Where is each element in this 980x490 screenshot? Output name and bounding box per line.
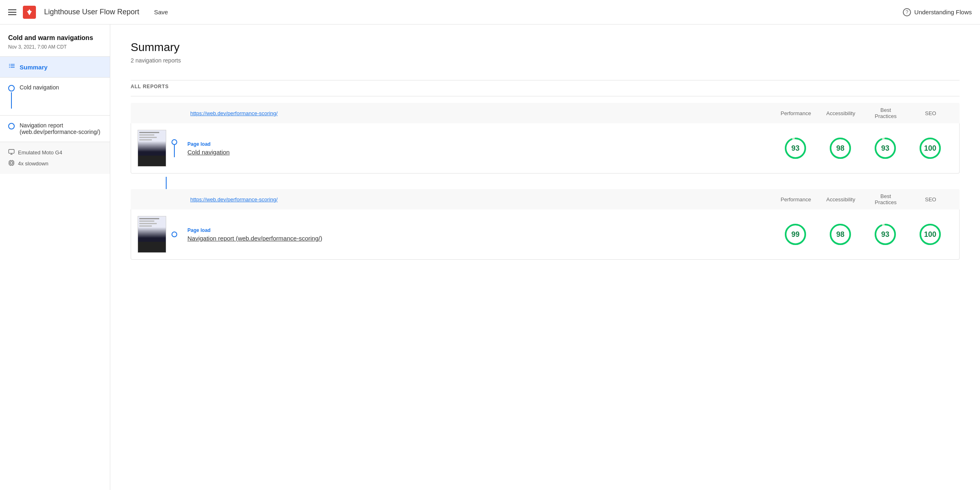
- score-circle-perf-2: 99: [784, 223, 807, 246]
- score-seo-2: 100: [908, 223, 953, 246]
- nav-item-label-2: Navigation report(web.dev/performance-sc…: [20, 122, 100, 135]
- timeline-connector-2: [166, 232, 183, 237]
- section-divider: [131, 80, 960, 80]
- thumb-image-2: [138, 216, 166, 252]
- score-performance-1: 93: [773, 137, 818, 160]
- understanding-flows-link[interactable]: ? Understanding Flows: [903, 8, 972, 16]
- report-info-1: Page load Cold navigation: [183, 141, 773, 156]
- report-thumbnail-1: [138, 130, 166, 167]
- save-button[interactable]: Save: [154, 9, 168, 16]
- lighthouse-icon: [23, 6, 36, 19]
- score-accessibility-2: 98: [818, 223, 863, 246]
- project-date: Nov 3, 2021, 7:00 AM CDT: [8, 44, 102, 50]
- score-value-acc-1: 98: [836, 144, 844, 153]
- report-url-1[interactable]: https://web.dev/performance-scoring/: [190, 110, 773, 116]
- hamburger-icon[interactable]: [8, 9, 16, 15]
- sidebar-nav: Cold navigation Navigation report(web.de…: [0, 78, 110, 142]
- timeline-dot-1: [172, 139, 177, 145]
- score-circle-acc-1: 98: [829, 137, 852, 160]
- nav-circle-1: [8, 85, 15, 91]
- reports-divider: [131, 96, 960, 96]
- understanding-flows-label: Understanding Flows: [914, 9, 972, 16]
- summary-title: Summary: [131, 41, 960, 54]
- score-value-seo-2: 100: [924, 230, 936, 239]
- report-info-2: Page load Navigation report (web.dev/per…: [183, 227, 773, 242]
- report-body-1: Page load Cold navigation 93: [131, 123, 960, 174]
- score-circle-acc-2: 98: [829, 223, 852, 246]
- report-body-2: Page load Navigation report (web.dev/per…: [131, 209, 960, 260]
- sidebar-project: Cold and warm navigations Nov 3, 2021, 7…: [0, 24, 110, 57]
- sidebar-item-cold-navigation[interactable]: Cold navigation: [0, 78, 110, 116]
- app-header: Lighthouse User Flow Report Save ? Under…: [0, 0, 980, 24]
- score-circle-bp-2: 93: [874, 223, 897, 246]
- report-card-2: https://web.dev/performance-scoring/ Per…: [131, 189, 960, 260]
- score-circle-perf-1: 93: [784, 137, 807, 160]
- help-circle-icon: ?: [903, 8, 911, 16]
- svg-rect-5: [11, 67, 15, 68]
- sidebar: Cold and warm navigations Nov 3, 2021, 7…: [0, 24, 110, 490]
- slowdown-label: 4x slowdown: [18, 160, 48, 167]
- all-reports-label: ALL REPORTS: [131, 84, 960, 89]
- nav-circle-2: [8, 123, 15, 129]
- report-header-2: https://web.dev/performance-scoring/ Per…: [131, 189, 960, 209]
- score-value-perf-2: 99: [791, 230, 800, 239]
- col-accessibility-2: Accessibility: [818, 196, 863, 203]
- score-value-bp-1: 93: [881, 144, 889, 153]
- col-seo-1: SEO: [908, 110, 953, 116]
- page-load-label-2: Page load: [187, 227, 768, 233]
- cpu-icon: [8, 160, 15, 167]
- timeline-connector-1: [166, 139, 183, 157]
- col-accessibility-1: Accessibility: [818, 110, 863, 116]
- col-performance-2: Performance: [773, 196, 818, 203]
- col-best-practices-2: BestPractices: [863, 193, 908, 205]
- project-name: Cold and warm navigations: [8, 34, 102, 42]
- timeline-line-1: [174, 145, 175, 157]
- score-value-perf-1: 93: [791, 144, 800, 153]
- svg-rect-4: [9, 67, 10, 68]
- meta-device: Emulated Moto G4: [8, 149, 102, 156]
- svg-rect-9: [9, 161, 14, 165]
- col-seo-2: SEO: [908, 196, 953, 203]
- monitor-icon: [8, 149, 15, 156]
- col-best-practices-1: BestPractices: [863, 107, 908, 119]
- report-name-1[interactable]: Cold navigation: [187, 149, 768, 156]
- svg-rect-6: [9, 149, 14, 153]
- score-value-bp-2: 93: [881, 230, 889, 239]
- report-card-1: https://web.dev/performance-scoring/ Per…: [131, 103, 960, 174]
- scores-row-1: 93 98: [773, 137, 953, 160]
- score-circle-seo-1: 100: [919, 137, 942, 160]
- scores-row-2: 99 98: [773, 223, 953, 246]
- svg-rect-0: [9, 64, 10, 65]
- svg-rect-2: [9, 66, 10, 67]
- list-icon: [8, 62, 16, 71]
- score-circle-bp-1: 93: [874, 137, 897, 160]
- sidebar-meta: Emulated Moto G4 4x slowdown: [0, 142, 110, 174]
- page-load-label-1: Page load: [187, 141, 768, 147]
- score-value-seo-1: 100: [924, 144, 936, 153]
- nav-item-label-1: Cold navigation: [20, 84, 59, 91]
- sidebar-item-nav-report[interactable]: Navigation report(web.dev/performance-sc…: [0, 116, 110, 142]
- app-layout: Cold and warm navigations Nov 3, 2021, 7…: [0, 24, 980, 490]
- summary-label: Summary: [20, 64, 47, 71]
- meta-slowdown: 4x slowdown: [8, 160, 102, 167]
- summary-section: Summary 2 navigation reports: [131, 41, 960, 64]
- sidebar-item-summary[interactable]: Summary: [0, 57, 110, 78]
- report-name-2[interactable]: Navigation report (web.dev/performance-s…: [187, 235, 768, 242]
- reports-section: ALL REPORTS https://web.dev/performance-…: [131, 84, 960, 260]
- col-performance-1: Performance: [773, 110, 818, 116]
- score-performance-2: 99: [773, 223, 818, 246]
- timeline-dot-2: [172, 232, 177, 237]
- main-content: Summary 2 navigation reports ALL REPORTS…: [110, 24, 980, 490]
- svg-rect-10: [10, 162, 12, 164]
- thumb-image-1: [138, 130, 166, 166]
- device-label: Emulated Moto G4: [18, 149, 62, 156]
- score-value-acc-2: 98: [836, 230, 844, 239]
- summary-subtitle: 2 navigation reports: [131, 57, 960, 64]
- between-connector: [131, 177, 960, 189]
- report-header-1: https://web.dev/performance-scoring/ Per…: [131, 103, 960, 123]
- report-url-2[interactable]: https://web.dev/performance-scoring/: [190, 196, 773, 203]
- header-left: Lighthouse User Flow Report Save: [8, 6, 168, 19]
- report-thumbnail-2: [138, 216, 166, 253]
- score-circle-seo-2: 100: [919, 223, 942, 246]
- score-seo-1: 100: [908, 137, 953, 160]
